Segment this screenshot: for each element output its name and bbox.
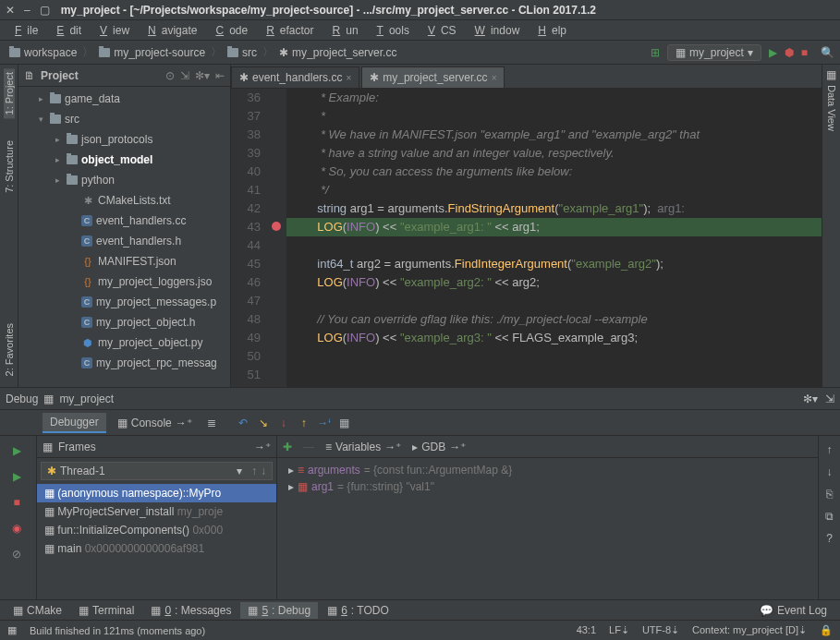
menu-run[interactable]: Run <box>322 22 364 39</box>
code-editor[interactable]: 36373839404142434445464748495051 * Examp… <box>231 89 822 387</box>
thread-selector[interactable]: ✱ Thread-1 ▾ ↑ ↓ <box>41 462 273 480</box>
debug-settings-icon[interactable]: ✻▾ <box>803 392 818 405</box>
editor-tab[interactable]: ✱event_handlers.cc× <box>231 66 359 88</box>
tree-item[interactable]: Cevent_handlers.h <box>18 231 230 251</box>
hide-panel-icon[interactable]: ⇤ <box>215 69 225 82</box>
tree-item[interactable]: Cmy_project_messages.p <box>18 292 230 312</box>
vars-down-icon[interactable]: ↓ <box>822 464 838 480</box>
structure-tool-tab[interactable]: 7: Structure <box>4 137 15 197</box>
line-separator[interactable]: LF⇣ <box>609 624 629 636</box>
frame-down-icon[interactable]: ↓ <box>261 465 266 477</box>
mute-breakpoints-icon[interactable]: ⊘ <box>4 543 30 565</box>
window-maximize-icon[interactable]: ▢ <box>40 4 50 17</box>
bottom-tab-terminal[interactable]: ▦ Terminal <box>71 602 141 619</box>
menu-code[interactable]: Code <box>204 22 253 39</box>
collapse-icon[interactable]: ⇲ <box>180 69 189 82</box>
breakpoint-icon[interactable] <box>272 222 281 231</box>
menu-file[interactable]: File <box>4 22 43 39</box>
tree-item[interactable]: Cevent_handlers.cc <box>18 211 230 231</box>
close-tab-icon[interactable]: × <box>346 73 351 83</box>
debugger-tab[interactable]: Debugger <box>43 413 106 433</box>
stop-button[interactable]: ■ <box>801 46 808 59</box>
vars-help-icon[interactable]: ? <box>822 530 838 547</box>
menu-edit[interactable]: Edit <box>45 22 87 39</box>
vars-dup-icon[interactable]: ⧉ <box>822 508 838 525</box>
menu-help[interactable]: Help <box>527 22 572 39</box>
variables-list[interactable]: ▸≡ arguments = {const fun::ArgumentMap &… <box>277 458 818 499</box>
project-tool-tab[interactable]: 1: Project <box>4 68 15 118</box>
project-tree[interactable]: ▸game_data▾src▸json_protocols▸object_mod… <box>18 87 230 387</box>
variable-row[interactable]: ▸▦ arg1 = {fun::string} "val1" <box>281 478 814 495</box>
breakpoint-gutter[interactable] <box>268 89 286 387</box>
data-view-tool-tab[interactable]: Data View <box>826 81 837 135</box>
locate-icon[interactable]: ⊙ <box>165 69 175 82</box>
tree-item[interactable]: {}MANIFEST.json <box>18 251 230 272</box>
resume-icon[interactable]: ▶ <box>4 465 30 488</box>
event-log-tab[interactable]: 💬 Event Log <box>752 602 834 619</box>
vars-up-icon[interactable]: ↑ <box>822 441 838 458</box>
step-over-icon[interactable]: ↘ <box>255 415 272 431</box>
add-watch-icon[interactable]: ✚ <box>283 441 292 453</box>
breadcrumb-1[interactable]: my_project-source <box>95 46 209 59</box>
tree-item[interactable]: ⬢my_project_object.py <box>18 332 230 353</box>
debug-button[interactable]: ⬢ <box>785 46 794 59</box>
bottom-tab-debug[interactable]: ▦ 5: Debug <box>240 602 318 619</box>
favorites-tool-tab[interactable]: 2: Favorites <box>4 320 15 380</box>
bottom-tab-todo[interactable]: ▦ 6: TODO <box>320 602 396 619</box>
stack-frame[interactable]: ▦ MyProjectServer_install my_proje <box>37 502 276 521</box>
menu-vcs[interactable]: VCS <box>417 22 462 39</box>
frame-up-icon[interactable]: ↑ <box>251 465 257 477</box>
caret-position[interactable]: 43:1 <box>577 624 596 636</box>
tree-item[interactable]: ▸json_protocols <box>18 129 230 150</box>
tree-item[interactable]: ▸game_data <box>18 89 230 109</box>
stop-debug-icon[interactable]: ■ <box>4 491 30 513</box>
context-indicator[interactable]: Context: my_project [D]⇣ <box>692 624 807 636</box>
tree-item[interactable]: Cmy_project_rpc_messag <box>18 353 230 373</box>
variable-row[interactable]: ▸≡ arguments = {const fun::ArgumentMap &… <box>281 462 814 478</box>
menu-window[interactable]: Window <box>464 22 526 39</box>
menu-view[interactable]: View <box>89 22 135 39</box>
lock-icon[interactable]: 🔒 <box>820 624 833 636</box>
frames-list[interactable]: ▦ (anonymous namespace)::MyPro▦ MyProjec… <box>37 484 276 558</box>
evaluate-icon[interactable]: ▦ <box>336 415 353 431</box>
tree-item[interactable]: {}my_project_loggers.jso <box>18 272 230 292</box>
run-configuration-selector[interactable]: ▦ my_project ▾ <box>667 44 761 61</box>
threads-icon[interactable]: ≣ <box>203 415 220 431</box>
view-breakpoints-icon[interactable]: ◉ <box>4 517 30 539</box>
tree-item[interactable]: ▸python <box>18 170 230 190</box>
tree-item[interactable]: ✱CMakeLists.txt <box>18 190 230 211</box>
breadcrumb-0[interactable]: workspace <box>6 46 80 59</box>
stack-frame[interactable]: ▦ (anonymous namespace)::MyPro <box>37 484 276 502</box>
tree-item[interactable]: ▾src <box>18 109 230 129</box>
grid-icon[interactable]: ⊞ <box>651 46 660 59</box>
run-button[interactable]: ▶ <box>769 46 777 59</box>
window-close-icon[interactable]: ✕ <box>6 4 15 17</box>
menu-tools[interactable]: Tools <box>366 22 415 39</box>
bottom-tab-messages[interactable]: ▦ 0: Messages <box>143 602 238 619</box>
close-tab-icon[interactable]: × <box>492 73 497 83</box>
stack-frame[interactable]: ▦ main 0x0000000000006af981 <box>37 539 276 558</box>
console-tab[interactable]: ▦Console→⁺ <box>110 414 200 432</box>
window-minimize-icon[interactable]: – <box>24 4 30 17</box>
menu-refactor[interactable]: Refactor <box>255 22 319 39</box>
bottom-tab-cmake[interactable]: ▦ CMake <box>6 602 69 619</box>
breadcrumb-2[interactable]: src <box>224 46 261 59</box>
step-out-icon[interactable]: ↑ <box>296 415 312 431</box>
vars-copy-icon[interactable]: ⎘ <box>822 486 838 502</box>
db-icon[interactable]: ▦ <box>826 68 836 81</box>
step-into-icon[interactable]: ↓ <box>275 415 292 431</box>
file-encoding[interactable]: UTF-8⇣ <box>642 624 679 636</box>
run-to-cursor-icon[interactable]: →ᶤ <box>316 415 333 431</box>
search-everywhere-icon[interactable]: 🔍 <box>821 46 834 59</box>
rerun-icon[interactable]: ▶ <box>4 440 30 462</box>
tree-item[interactable]: ▸object_model <box>18 150 230 170</box>
breadcrumb-3[interactable]: ✱my_project_server.cc <box>275 46 400 59</box>
debug-hide-icon[interactable]: ⇲ <box>825 392 834 405</box>
settings-icon[interactable]: ✻▾ <box>195 69 210 82</box>
tree-item[interactable]: Cmy_project_object.h <box>18 312 230 332</box>
editor-tab[interactable]: ✱my_project_server.cc× <box>361 66 505 88</box>
step-return-icon[interactable]: ↶ <box>235 415 251 431</box>
stack-frame[interactable]: ▦ fun::InitializeComponents() 0x000 <box>37 521 276 539</box>
code-content[interactable]: * Example: * * We have in MANIFEST.json … <box>286 89 822 387</box>
menu-navigate[interactable]: Navigate <box>137 22 202 39</box>
